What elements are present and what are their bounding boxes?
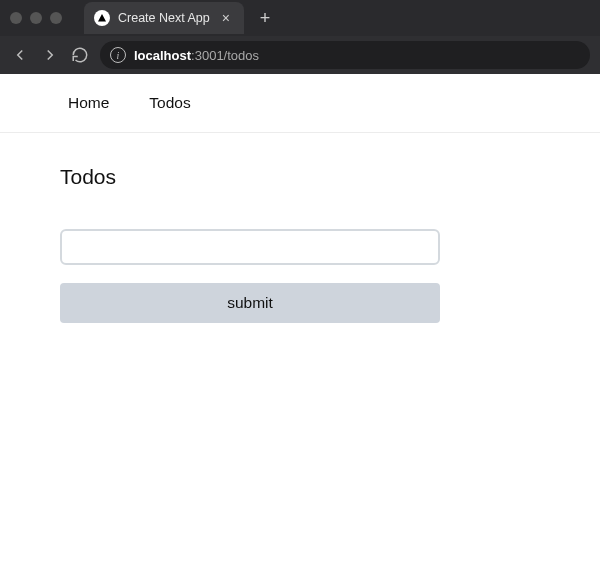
window-minimize-dot[interactable] [30,12,42,24]
address-bar[interactable]: i localhost:3001/todos [100,41,590,69]
page-content: Todos submit [0,133,600,355]
window-close-dot[interactable] [10,12,22,24]
submit-button[interactable]: submit [60,283,440,323]
address-path: :3001/todos [191,48,259,63]
page-viewport: Home Todos Todos submit [0,74,600,574]
browser-toolbar: i localhost:3001/todos [0,36,600,74]
new-tab-icon[interactable]: + [252,9,279,27]
window-maximize-dot[interactable] [50,12,62,24]
page-title: Todos [60,165,540,189]
site-info-icon[interactable]: i [110,47,126,63]
tab-close-icon[interactable]: × [218,11,234,25]
nextjs-favicon-icon [94,10,110,26]
tab-title: Create Next App [118,11,210,25]
main-nav: Home Todos [0,74,600,133]
window-controls [10,12,62,24]
svg-marker-0 [98,14,106,22]
address-host: localhost [134,48,191,63]
reload-icon[interactable] [70,45,90,65]
browser-tab[interactable]: Create Next App × [84,2,244,34]
nav-link-todos[interactable]: Todos [149,94,190,112]
address-text: localhost:3001/todos [134,48,259,63]
titlebar: Create Next App × + [0,0,600,36]
nav-link-home[interactable]: Home [68,94,109,112]
back-icon[interactable] [10,45,30,65]
browser-chrome: Create Next App × + i localhost:3001/tod… [0,0,600,74]
todo-input[interactable] [60,229,440,265]
forward-icon[interactable] [40,45,60,65]
